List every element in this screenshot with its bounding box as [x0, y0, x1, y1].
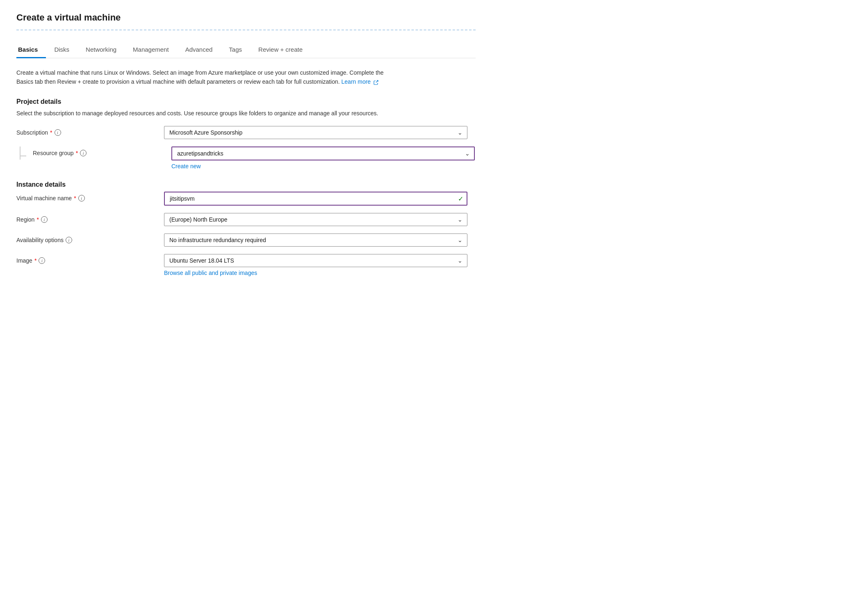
subscription-label: Subscription: [16, 129, 48, 136]
project-details-title: Project details: [16, 98, 476, 105]
subscription-dropdown[interactable]: Microsoft Azure Sponsorship: [164, 126, 467, 139]
vm-name-required: *: [74, 195, 76, 201]
subscription-row: Subscription * i Microsoft Azure Sponsor…: [16, 126, 476, 139]
subscription-label-col: Subscription * i: [16, 126, 156, 136]
tabs-nav: Basics Disks Networking Management Advan…: [16, 42, 476, 58]
availability-options-label-col: Availability options i: [16, 233, 156, 243]
vm-name-label: Virtual machine name: [16, 195, 72, 201]
learn-more-link[interactable]: Learn more: [342, 78, 371, 85]
region-dropdown[interactable]: (Europe) North Europe: [164, 213, 467, 226]
availability-options-label: Availability options: [16, 237, 64, 243]
tab-advanced[interactable]: Advanced: [177, 42, 221, 58]
vm-name-valid-icon: ✓: [458, 195, 463, 203]
tab-review-create[interactable]: Review + create: [250, 42, 311, 58]
create-new-resource-group-link[interactable]: Create new: [171, 163, 201, 169]
resource-group-dropdown[interactable]: azuretipsandtricks: [171, 146, 475, 160]
image-required: *: [34, 257, 36, 264]
page-description: Create a virtual machine that runs Linux…: [16, 68, 385, 87]
tab-basics[interactable]: Basics: [16, 42, 46, 58]
tab-disks[interactable]: Disks: [46, 42, 77, 58]
image-label: Image: [16, 257, 32, 264]
image-dropdown-wrapper: Ubuntu Server 18.04 LTS ⌄: [164, 254, 467, 267]
resource-group-label-col: Resource group * i: [33, 146, 163, 156]
region-row: Region * i (Europe) North Europe ⌄: [16, 213, 476, 226]
availability-options-dropdown-wrapper: No infrastructure redundancy required ⌄: [164, 233, 467, 247]
image-label-col: Image * i: [16, 254, 156, 264]
region-label: Region: [16, 216, 34, 223]
region-required: *: [36, 216, 39, 223]
browse-images-link[interactable]: Browse all public and private images: [164, 270, 257, 276]
indent-connector: [16, 146, 25, 160]
tab-tags[interactable]: Tags: [221, 42, 250, 58]
tab-management[interactable]: Management: [125, 42, 177, 58]
region-info-icon[interactable]: i: [41, 216, 48, 223]
availability-options-row: Availability options i No infrastructure…: [16, 233, 476, 247]
region-dropdown-wrapper: (Europe) North Europe ⌄: [164, 213, 467, 226]
resource-group-control: azuretipsandtricks ⌄ Create new: [171, 146, 475, 169]
vm-name-control: ✓: [164, 192, 467, 206]
subscription-required: *: [50, 129, 52, 136]
image-dropdown[interactable]: Ubuntu Server 18.04 LTS: [164, 254, 467, 267]
subscription-control: Microsoft Azure Sponsorship ⌄: [164, 126, 467, 139]
resource-group-info-icon[interactable]: i: [80, 150, 87, 156]
image-control: Ubuntu Server 18.04 LTS ⌄ Browse all pub…: [164, 254, 467, 276]
project-details-desc: Select the subscription to manage deploy…: [16, 109, 385, 118]
region-control: (Europe) North Europe ⌄: [164, 213, 467, 226]
vm-name-label-col: Virtual machine name * i: [16, 192, 156, 201]
tab-networking[interactable]: Networking: [77, 42, 125, 58]
availability-options-dropdown[interactable]: No infrastructure redundancy required: [164, 233, 467, 247]
resource-group-row: Resource group * i azuretipsandtricks ⌄ …: [16, 146, 476, 169]
resource-group-dropdown-wrapper: azuretipsandtricks ⌄: [171, 146, 475, 160]
resource-group-label: Resource group: [33, 150, 74, 156]
region-label-col: Region * i: [16, 213, 156, 223]
availability-options-control: No infrastructure redundancy required ⌄: [164, 233, 467, 247]
page-title: Create a virtual machine: [16, 12, 476, 23]
top-divider: [16, 30, 476, 30]
vm-name-row: Virtual machine name * i ✓: [16, 192, 476, 206]
subscription-dropdown-wrapper: Microsoft Azure Sponsorship ⌄: [164, 126, 467, 139]
image-info-icon[interactable]: i: [39, 257, 45, 264]
availability-options-info-icon[interactable]: i: [66, 237, 72, 243]
vm-name-input-wrapper: ✓: [164, 192, 467, 206]
image-row: Image * i Ubuntu Server 18.04 LTS ⌄ Brow…: [16, 254, 476, 276]
resource-group-required: *: [76, 150, 78, 156]
vm-name-info-icon[interactable]: i: [78, 195, 85, 201]
external-link-icon: [374, 80, 378, 85]
instance-details-title: Instance details: [16, 181, 476, 188]
vm-name-input[interactable]: [164, 192, 467, 206]
subscription-info-icon[interactable]: i: [55, 129, 61, 136]
